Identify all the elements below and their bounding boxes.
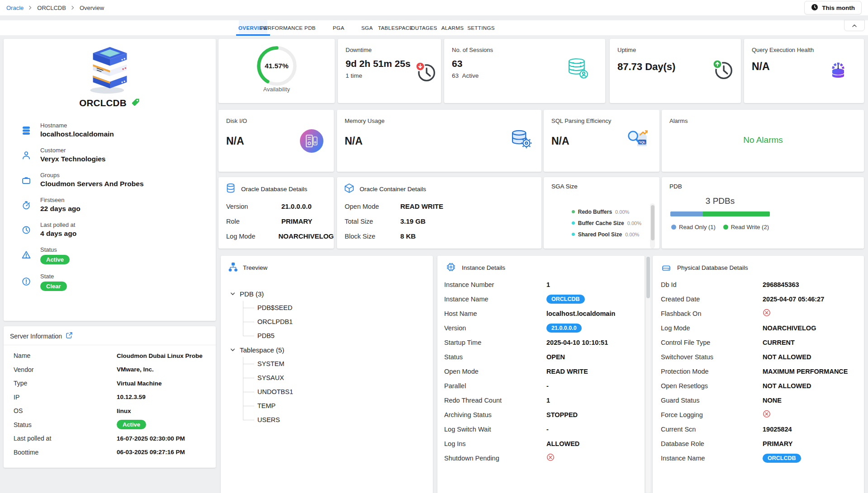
tree-node-pdb[interactable]: PDB (3): [230, 287, 433, 301]
legend-dot: [572, 210, 575, 213]
panel-title: PDB: [669, 183, 682, 190]
breadcrumb-entity[interactable]: ORCLCDB: [37, 5, 66, 11]
detail-row: Parallel-: [437, 379, 645, 393]
memory-database-gear-icon: [509, 128, 533, 152]
breadcrumb-root-link[interactable]: Oracle: [6, 5, 24, 11]
instance-name-badge: ORCLCDB: [546, 295, 585, 304]
attribute-value: localhost.localdomain: [40, 130, 114, 138]
detail-row: Log ModeNOARCHIVELOG: [218, 229, 334, 244]
attribute-hostname: Hostname localhost.localdomain: [4, 117, 216, 142]
downtime-clock-icon: [414, 60, 436, 85]
tree-leaf[interactable]: PDB$SEED: [243, 301, 433, 315]
memory-usage-value: N/A: [345, 135, 534, 147]
attribute-value: Cloudmon Servers And Probes: [40, 180, 144, 188]
server-information-title: Server Information: [10, 333, 62, 340]
entity-summary-panel: ORCLCDB Hostname localhost.localdomain: [4, 39, 216, 321]
treeview-panel: Treeview PDB (3) PDB$SEED ORCLPDB1 PDB5 …: [221, 256, 433, 493]
alarms-value: No Alarms: [669, 135, 857, 145]
tag-icon[interactable]: [131, 98, 140, 108]
tab-settings[interactable]: SETTINGS: [467, 20, 495, 35]
attribute-label: Groups: [40, 172, 144, 178]
tree-leaf[interactable]: PDB5: [243, 329, 433, 343]
breadcrumb-page: Overview: [80, 5, 104, 11]
detail-row: Flashback On: [653, 306, 864, 321]
uptime-label: Uptime: [617, 47, 734, 53]
tab-alarms[interactable]: ALARMS: [438, 20, 467, 35]
detail-row: Host Namelocalhost.localdomain: [437, 306, 645, 321]
server-info-row: NameCloudmon Dubai Linux Probe: [4, 349, 216, 363]
legend-item: Shared Pool Size0.00%: [572, 229, 641, 240]
pdb-read-write-segment: [703, 211, 770, 216]
server-info-row: TypeVirtual Machine: [4, 376, 216, 390]
oracle-db-overview-page: Oracle ORCLCDB Overview This month OVERV…: [0, 0, 868, 493]
collapse-panel-button[interactable]: [844, 20, 865, 31]
attribute-value: 22 days ago: [40, 205, 81, 213]
legend-dot: [723, 225, 728, 230]
sessions-database-icon: [564, 57, 590, 82]
panel-title: Physical Database Details: [677, 264, 748, 271]
scrollbar-thumb[interactable]: [651, 205, 655, 240]
tab-sga[interactable]: SGA: [353, 20, 381, 35]
tree-leaf[interactable]: TEMP: [243, 399, 433, 413]
warning-triangle-icon: [21, 246, 33, 264]
tab-pdb[interactable]: PDB: [296, 20, 324, 35]
query-execution-health-card: Query Execution Health N/A: [744, 39, 864, 103]
instance-name-badge: ORCLCDB: [763, 454, 801, 463]
server-information-panel: Server Information NameCloudmon Dubai Li…: [4, 326, 216, 468]
alarms-card: Alarms No Alarms: [662, 110, 864, 172]
detail-row: Log InsALLOWED: [437, 437, 645, 451]
availability-card: 41.57% Availability: [218, 39, 335, 103]
panel-title: Oracle Container Details: [360, 186, 426, 193]
scrollbar-thumb[interactable]: [646, 257, 650, 298]
tree-leaf[interactable]: USERS: [243, 413, 433, 427]
external-link-icon[interactable]: [66, 332, 73, 340]
user-icon: [21, 147, 33, 163]
uptime-clock-icon: [711, 58, 734, 82]
time-range-button[interactable]: This month: [804, 1, 862, 14]
detail-row: Instance NameORCLCDB: [653, 451, 864, 465]
alarms-label: Alarms: [669, 117, 857, 124]
oracle-container-details-panel: Oracle Container Details Open ModeREAD W…: [337, 177, 541, 249]
attribute-customer: Customer Veryx Technologies: [4, 142, 216, 167]
hard-drive-icon: [661, 262, 672, 274]
tree-leaf[interactable]: ORCLPDB1: [243, 315, 433, 329]
time-range-label: This month: [822, 5, 855, 11]
cube-icon: [344, 183, 354, 195]
detail-row: StatusOPEN: [437, 350, 645, 364]
tree-leaf[interactable]: SYSTEM: [243, 357, 433, 371]
tab-outages[interactable]: OUTAGES: [410, 20, 438, 35]
cpu-chip-icon: [446, 262, 456, 274]
red-cross-circle-icon: [763, 309, 771, 319]
tab-tablespace[interactable]: TABLESPACE: [381, 20, 410, 35]
sql-parsing-efficiency-card: SQL Parsing Efficiency N/A SQL: [544, 110, 659, 172]
detail-row: Log ModeNOARCHIVELOG: [653, 321, 864, 335]
sessions-card: No. of Sessions 63 63 Active: [444, 39, 605, 103]
version-badge: 21.0.0.0.0: [546, 324, 582, 333]
panel-scrollbar[interactable]: [646, 256, 650, 493]
tree-leaf[interactable]: UNDOTBS1: [243, 385, 433, 399]
downtime-card: Downtime 9d 2h 51m 25s 1 time: [338, 39, 441, 103]
legend-scrollbar[interactable]: [650, 203, 655, 249]
attribute-label: Hostname: [40, 122, 114, 129]
detail-row: Switchover StatusNOT ALLOWED: [653, 350, 864, 364]
state-badge: Clear: [40, 282, 67, 291]
pdb-stacked-bar: [670, 211, 770, 216]
sga-legend: Redo Buffers0.00% Buffer Cache Size0.00%…: [572, 206, 641, 240]
detail-row: Db Id2968845363: [653, 277, 864, 292]
legend-item: Buffer Cache Size0.00%: [572, 217, 641, 229]
detail-row: Force Logging: [653, 408, 864, 422]
tab-performance[interactable]: PERFORMANCE: [267, 20, 296, 35]
tree-leaf[interactable]: SYSAUX: [243, 371, 433, 385]
downtime-label: Downtime: [346, 47, 434, 53]
tab-bar: OVERVIEW PERFORMANCE PDB PGA SGA TABLESP…: [0, 20, 868, 35]
detail-row: Open ModeREAD WRITE: [437, 364, 645, 379]
attribute-groups: Groups Cloudmon Servers And Probes: [4, 167, 216, 192]
legend-item: Redo Buffers0.00%: [572, 206, 641, 217]
clock-filled-icon: [811, 4, 818, 12]
pdb-total: 3 PDBs: [670, 196, 770, 206]
detail-row: Open ResetlogsNOT ALLOWED: [653, 379, 864, 393]
tree-node-tablespace[interactable]: Tablespace (5): [230, 343, 433, 357]
alert-circle-icon: [21, 273, 33, 291]
red-cross-circle-icon: [763, 410, 771, 420]
tab-pga[interactable]: PGA: [324, 20, 353, 35]
